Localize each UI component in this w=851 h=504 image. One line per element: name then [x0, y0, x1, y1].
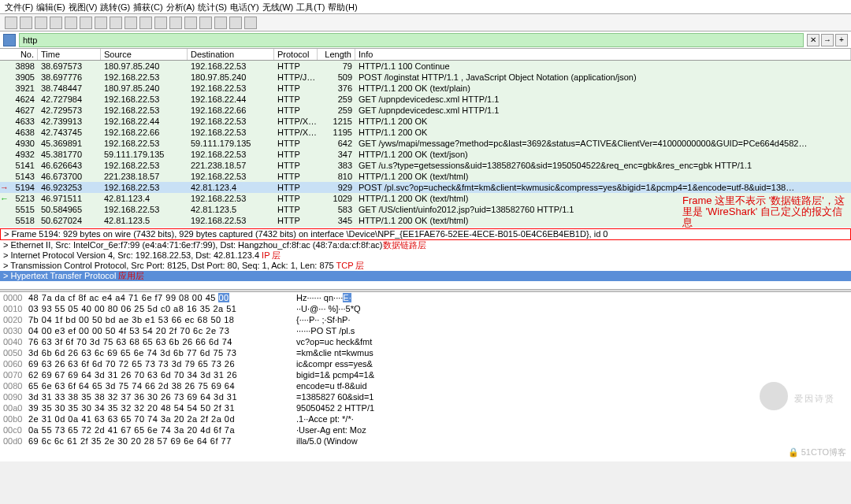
menu-item[interactable]: 捕获(C)	[133, 2, 162, 12]
packet-row[interactable]: 462442.727984192.168.22.53192.168.22.44H…	[0, 94, 851, 105]
hex-row[interactable]: 008065 6e 63 6f 64 65 3d 75 74 66 2d 38 …	[0, 380, 851, 391]
packet-row[interactable]: 463342.739913192.168.22.44192.168.22.53H…	[0, 116, 851, 127]
tree-ethernet[interactable]: > Ethernet II, Src: IntelCor_6e:f7:99 (e…	[0, 240, 851, 250]
hex-row[interactable]: 00c00a 55 73 65 72 2d 41 67 65 6e 74 3a …	[0, 424, 851, 435]
hex-row[interactable]: 00207b 04 1f bd 00 50 bd ae 3b e1 53 66 …	[0, 314, 851, 325]
hex-row[interactable]: 00a039 35 30 35 30 34 35 32 32 20 48 54 …	[0, 402, 851, 413]
menu-item[interactable]: 帮助(H)	[328, 2, 357, 12]
packet-row[interactable]: 463842.743745192.168.22.66192.168.22.53H…	[0, 127, 851, 138]
toolbar-button[interactable]	[80, 17, 92, 29]
toolbar-button[interactable]	[229, 17, 242, 29]
blog-watermark: 🔒 51CTO博客	[788, 447, 846, 458]
menu-item[interactable]: 统计(S)	[198, 2, 227, 12]
packet-details: > Frame 5194: 929 bytes on wire (7432 bi…	[0, 228, 851, 289]
hex-row[interactable]: 000048 7a da cf 8f ac e4 a4 71 6e f7 99 …	[0, 292, 851, 303]
packet-list-header: No. Time Source Destination Protocol Len…	[0, 49, 851, 61]
hex-row[interactable]: 007062 69 67 69 64 3d 31 26 70 63 6d 70 …	[0, 369, 851, 380]
toolbar-button[interactable]	[65, 17, 77, 29]
tree-http[interactable]: > Hypertext Transfer Protocol 应用层	[0, 271, 851, 281]
col-no[interactable]: No.	[0, 49, 38, 60]
toolbar-button[interactable]	[184, 17, 197, 29]
toolbar-button[interactable]	[35, 17, 47, 29]
packet-row[interactable]: 514346.673700221.238.18.57192.168.22.53H…	[0, 171, 851, 182]
menu-item[interactable]: 跳转(G)	[100, 2, 130, 12]
menu-item[interactable]: 文件(F)	[5, 2, 33, 12]
toolbar-button[interactable]	[124, 17, 137, 29]
menu-item[interactable]: 工具(T)	[296, 2, 325, 12]
clear-filter-button[interactable]: ✕	[807, 34, 819, 46]
annotation-frame-note: Frame 这里不表示 '数据链路层'，这里是 'WireShark' 自己定义…	[682, 195, 848, 228]
packet-row[interactable]: 389838.697573180.97.85.240192.168.22.53H…	[0, 61, 851, 72]
tree-ip[interactable]: > Internet Protocol Version 4, Src: 192.…	[0, 250, 851, 261]
menubar: 文件(F)编辑(E)视图(V)跳转(G)捕获(C)分析(A)统计(S)电话(Y)…	[0, 0, 851, 14]
display-filter-input[interactable]	[19, 33, 804, 47]
tree-tcp[interactable]: > Transmission Control Protocol, Src Por…	[0, 261, 851, 271]
hex-view: 000048 7a da cf 8f ac e4 a4 71 6e f7 99 …	[0, 292, 851, 461]
toolbar-button[interactable]	[244, 17, 257, 29]
hex-row[interactable]: 006069 63 26 63 6f 6d 70 72 65 73 73 3d …	[0, 358, 851, 369]
packet-row[interactable]: →519446.923253192.168.22.5342.81.123.4HT…	[0, 182, 851, 193]
toolbar-button[interactable]	[5, 17, 17, 29]
toolbar-button[interactable]	[95, 17, 107, 29]
menu-item[interactable]: 电话(Y)	[230, 2, 259, 12]
packet-list: No. Time Source Destination Protocol Len…	[0, 49, 851, 228]
toolbar-button[interactable]	[169, 17, 182, 29]
hex-row[interactable]: 00b02e 31 0d 0a 41 63 63 65 70 74 3a 20 …	[0, 413, 851, 424]
toolbar-button[interactable]	[199, 17, 212, 29]
col-source[interactable]: Source	[101, 49, 188, 60]
hex-row[interactable]: 001003 93 55 05 40 00 80 06 25 5d c0 a8 …	[0, 303, 851, 314]
bookmark-icon[interactable]	[3, 34, 16, 46]
menu-item[interactable]: 无线(W)	[262, 2, 294, 12]
col-destination[interactable]: Destination	[188, 49, 274, 60]
packet-row[interactable]: 493045.369891192.168.22.5359.111.179.135…	[0, 138, 851, 149]
packet-row[interactable]: 514146.626643192.168.22.53221.238.18.57H…	[0, 160, 851, 171]
menu-item[interactable]: 编辑(E)	[36, 2, 65, 12]
menu-item[interactable]: 视图(V)	[69, 2, 98, 12]
hex-row[interactable]: 00d069 6c 6c 61 2f 35 2e 30 20 28 57 69 …	[0, 435, 851, 447]
filter-bar: ✕ → +	[0, 32, 851, 49]
menu-item[interactable]: 分析(A)	[166, 2, 195, 12]
hex-row[interactable]: 00903d 31 33 38 35 38 32 37 36 30 26 73 …	[0, 391, 851, 402]
hex-row[interactable]: 00503d 6b 6d 26 63 6c 69 65 6e 74 3d 6b …	[0, 347, 851, 358]
tree-frame[interactable]: > Frame 5194: 929 bytes on wire (7432 bi…	[0, 228, 851, 240]
apply-filter-button[interactable]: →	[821, 34, 834, 46]
toolbar-button[interactable]	[214, 17, 227, 29]
toolbar	[0, 14, 851, 32]
toolbar-button[interactable]	[154, 17, 167, 29]
toolbar-button[interactable]	[110, 17, 122, 29]
packet-row[interactable]: 392138.748447180.97.85.240192.168.22.53H…	[0, 83, 851, 94]
hex-row[interactable]: 003004 00 e3 ef 00 00 50 4f 53 54 20 2f …	[0, 325, 851, 336]
packet-row[interactable]: 390538.697776192.168.22.53180.97.85.240H…	[0, 72, 851, 83]
packet-row[interactable]: 493245.38177059.111.179.135192.168.22.53…	[0, 149, 851, 160]
col-info[interactable]: Info	[355, 49, 851, 60]
add-filter-button[interactable]: +	[835, 34, 848, 46]
toolbar-button[interactable]	[20, 17, 32, 29]
packet-row[interactable]: 462742.729573192.168.22.53192.168.22.66H…	[0, 105, 851, 116]
col-protocol[interactable]: Protocol	[274, 49, 318, 60]
col-length[interactable]: Length	[318, 49, 355, 60]
col-time[interactable]: Time	[38, 49, 101, 60]
hex-row[interactable]: 004076 63 3f 6f 70 3d 75 63 68 65 63 6b …	[0, 336, 851, 347]
toolbar-button[interactable]	[50, 17, 62, 29]
toolbar-button[interactable]	[139, 17, 152, 29]
